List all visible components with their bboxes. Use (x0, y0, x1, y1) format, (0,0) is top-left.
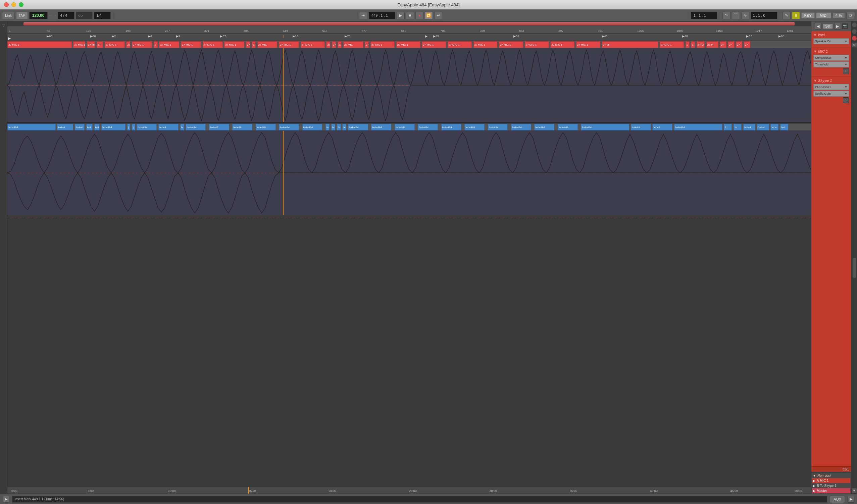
b-skype-play[interactable]: ▶ (813, 484, 816, 488)
clip-mic1-23[interactable]: 27 MIC 1 (370, 41, 394, 48)
clip-mic1-14[interactable]: 27 (252, 41, 256, 48)
clip-mic1-9[interactable]: 27 MIC 1 (159, 41, 179, 48)
clip-fede-16[interactable]: fede484 (279, 124, 299, 131)
clip-mic1-10[interactable]: 27 MIC 1 (181, 41, 201, 48)
right-m-btn[interactable]: M (852, 43, 857, 47)
metronome-display[interactable]: ○○ (76, 12, 93, 19)
clip-mic1-26[interactable]: 27 MIC 1 (448, 41, 472, 48)
skype-add-button[interactable]: + (843, 97, 849, 103)
clip-fede-11[interactable]: fe (180, 124, 184, 131)
clip-mic1-30[interactable]: 27 MIC 1 (550, 41, 574, 48)
clip-mic1-16[interactable]: 27 MIC 1 (279, 41, 299, 48)
nav-right-arrow[interactable]: ▶ (834, 23, 841, 30)
clip-fede-10[interactable]: fede4 (158, 124, 179, 131)
clip-fede-35[interactable]: fede484 (674, 124, 722, 131)
d-button[interactable]: D (846, 12, 855, 19)
clip-fede-23[interactable]: fede484 (371, 124, 391, 131)
clip-fede-24[interactable]: fede484 (394, 124, 415, 131)
clip-fede-1[interactable]: fede484 (7, 124, 56, 131)
clip-mic1-22[interactable]: 27 (365, 41, 369, 48)
midi-button[interactable]: MIDI (816, 13, 831, 18)
curve-tool-1[interactable]: 〜 (722, 12, 730, 19)
clip-fede-13[interactable]: fede48 (209, 124, 229, 131)
clip-mic1-19[interactable]: 27 (332, 41, 336, 48)
clip-mic1-36[interactable]: 27 MI (696, 41, 705, 48)
clip-fede-22[interactable]: fede484 (348, 124, 368, 131)
clip-mic1-2[interactable]: 27 MIC 1 (73, 41, 85, 48)
clip-fede-31[interactable]: fede484 (558, 124, 578, 131)
clip-fede-32[interactable]: fede484 (581, 124, 629, 131)
footer-play-btn[interactable]: ▶ (3, 496, 10, 503)
close-button[interactable] (4, 2, 9, 7)
clip-fede-21[interactable]: fe (342, 124, 346, 131)
curve-tool-2[interactable]: ⌒ (732, 12, 740, 19)
scrollbar-thumb[interactable] (23, 22, 794, 26)
minimize-button[interactable] (12, 2, 16, 7)
record-button[interactable]: ● (416, 12, 423, 19)
clip-fede-9[interactable]: fede484 (137, 124, 157, 131)
clip-fede-26[interactable]: fede484 (441, 124, 461, 131)
mic1-chevron[interactable]: ▼ (813, 49, 817, 53)
clip-fede-38[interactable]: fede4 (743, 124, 755, 131)
clip-fede-28[interactable]: fede484 (488, 124, 508, 131)
clip-mic1-12[interactable]: 27 MIC 1 (224, 41, 244, 48)
clip-mic1-33[interactable]: 27 MIC 1 (660, 41, 684, 48)
key-button[interactable]: KEY (801, 13, 815, 18)
mic1-add-button[interactable]: + (843, 68, 849, 74)
clip-mic1-21[interactable]: 27 MIC (343, 41, 364, 48)
right-down-btn[interactable]: ▼ (852, 488, 857, 493)
clip-mic1-8[interactable]: 2 (154, 41, 158, 48)
right-dial-2[interactable] (852, 29, 857, 34)
bpm-display[interactable]: 120.00 (29, 12, 48, 19)
clip-mic1-5[interactable]: 27 MIC 1 (105, 41, 125, 48)
clip-fede-41[interactable]: fed (780, 124, 788, 131)
clip-fede-15[interactable]: fede484 (256, 124, 276, 131)
clip-fede-27[interactable]: fede484 (465, 124, 485, 131)
percent-button[interactable]: 4 % (833, 13, 845, 18)
compressor-dropdown[interactable]: Compressor ▼ (813, 55, 849, 61)
curve-tool-3[interactable]: ∿ (741, 12, 749, 19)
right-vscroll[interactable] (853, 258, 856, 278)
clip-mic1-40[interactable]: 27 (736, 41, 742, 48)
return-button[interactable]: ↩ (434, 12, 442, 19)
clip-mic1-38[interactable]: 27 (720, 41, 726, 48)
non-voci-chevron[interactable]: ▼ (813, 474, 816, 477)
clip-fede-7[interactable]: | (127, 124, 131, 131)
play-button[interactable]: ▶ (397, 12, 405, 19)
rewind-button[interactable]: ⇥ (359, 12, 367, 19)
clip-fede-2[interactable]: fede4 (57, 124, 73, 131)
clip-mic1-1[interactable]: 27 MIC 1 (7, 41, 72, 48)
clip-mic1-15[interactable]: 27 MIC (257, 41, 278, 48)
right-dial-1[interactable] (852, 22, 857, 27)
master-play[interactable]: ▶ (813, 489, 816, 492)
clip-mic1-11[interactable]: 27 MIC 1 (203, 41, 223, 48)
clip-fede-25[interactable]: fede484 (418, 124, 438, 131)
clip-mic1-24[interactable]: 27 MIC 1 (396, 41, 420, 48)
clip-fede-33[interactable]: fede48 (631, 124, 651, 131)
clip-mic1-41[interactable]: 27 (744, 41, 750, 48)
camera-icon[interactable]: 📷 (842, 23, 847, 29)
clip-mic1-34[interactable]: 1 (686, 41, 690, 48)
clip-fede-20[interactable]: fe (337, 124, 341, 131)
speaker-on-dropdown[interactable]: Speaker On ▼ (813, 38, 849, 44)
clip-fede-18[interactable]: fe (325, 124, 330, 131)
clip-mic1-25[interactable]: 27 MIC 1 (422, 41, 446, 48)
clip-mic1-4[interactable]: 27 (97, 41, 103, 48)
clip-mic1-3[interactable]: 27 MI (87, 41, 95, 48)
set-button[interactable]: Set (823, 24, 833, 29)
clip-mic1-29[interactable]: 27 MIC 1 (525, 41, 549, 48)
clip-fede-14[interactable]: fede48 (232, 124, 252, 131)
loop-button[interactable]: 🔁 (425, 12, 433, 19)
time-signature-display[interactable]: 4 / 4 (58, 12, 74, 19)
clip-mic1-35[interactable]: 1 (691, 41, 695, 48)
clip-fede-4[interactable]: fed (86, 124, 93, 131)
clip-mic1-28[interactable]: 27 MIC 1 (499, 41, 523, 48)
clip-fede-34[interactable]: fede4 (652, 124, 672, 131)
clip-fede-5[interactable]: fed (94, 124, 100, 131)
right-dial-red[interactable] (852, 36, 857, 40)
soglia-gate-dropdown[interactable]: Soglia Gate ▼ (813, 90, 849, 97)
clip-mic1-6[interactable]: 27 (126, 41, 130, 48)
clip-mic1-32[interactable]: 27 MI (602, 41, 658, 48)
clip-fede-12[interactable]: fede484 (186, 124, 206, 131)
clip-fede-19[interactable]: fe (331, 124, 335, 131)
